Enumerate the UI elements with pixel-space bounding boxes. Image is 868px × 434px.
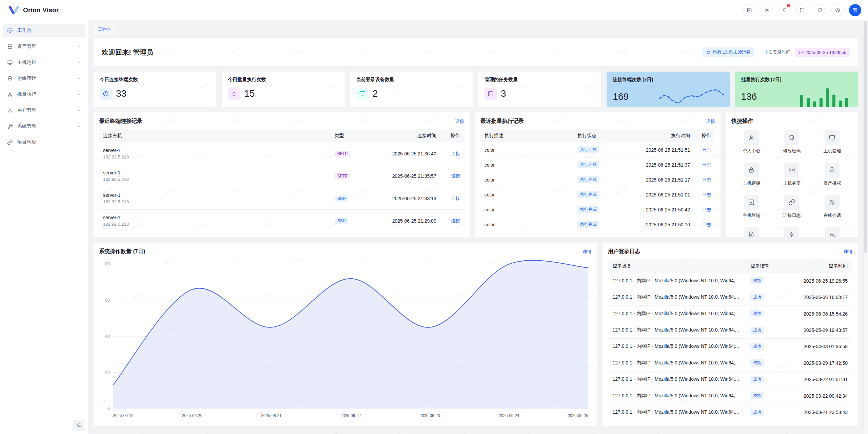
login-result-badge: 成功 [750, 310, 764, 317]
connect-link[interactable]: 连接 [451, 196, 460, 201]
quick-action-个人中心[interactable]: 个人中心 [731, 130, 772, 154]
chart-detail-link[interactable]: 详情 [583, 249, 592, 255]
login-time: 2025-04-03 01:36:58 [786, 344, 848, 349]
quick-action-label: 修改密码 [783, 148, 801, 154]
notifications-button[interactable] [778, 4, 791, 16]
assets-icon [7, 44, 13, 50]
sidebar-item-workbench[interactable]: 工作台 [3, 24, 85, 37]
table-header: 连接主机类型 连接时间操作 [99, 129, 464, 143]
quick-action-主机身份[interactable]: 主机身份 [772, 163, 812, 186]
breadcrumb-item-workbench[interactable]: 工作台 [94, 24, 116, 35]
bell-icon [782, 7, 787, 13]
sidebar-item-batch-exec[interactable]: 批量执行 [3, 88, 85, 101]
connection-row: server-1 182.92.5.218 SFTP 2025-06-25 21… [99, 143, 464, 165]
log-link[interactable]: 日志 [702, 222, 711, 227]
log-link[interactable]: 日志 [702, 147, 711, 152]
log-link[interactable]: 日志 [702, 207, 711, 212]
stat-label: 今日批量执行次数 [228, 77, 338, 83]
app-title: Orion Visor [23, 6, 59, 14]
login-log-title: 用户登录日志 [608, 248, 640, 255]
watermark-text: admin [260, 20, 273, 21]
quick-action-在线会话[interactable]: 在线会话 [812, 195, 852, 219]
watermark-text: admin [647, 20, 660, 21]
quick-actions-panel: 快捷操作 个人中心 修改密码 主机管理 主机密钥 主机身份 资产授权 主机终端 … [726, 112, 858, 237]
log-link[interactable]: 日志 [702, 192, 711, 197]
log-link[interactable]: 日志 [702, 177, 711, 182]
clock-icon [102, 90, 109, 97]
login-row: 127.0.0.1 - 内网IP - Mozilla/5.0 (Windows … [608, 388, 852, 404]
link-icon [788, 199, 795, 206]
shield-icon [7, 76, 13, 81]
login-time: 2025-06-25 19:26:55 [786, 278, 848, 284]
quick-action-连接日志[interactable]: 连接日志 [772, 195, 812, 219]
shield-icon [829, 167, 835, 173]
top-header: Orion Visor 管 [0, 0, 868, 20]
log-link[interactable]: 日志 [702, 162, 711, 167]
watermark-text: admin [389, 20, 402, 21]
execution-desc: color [485, 192, 577, 197]
user-avatar[interactable]: 管 [849, 4, 861, 16]
bolt-icon [788, 231, 795, 238]
quick-action-主机密钥[interactable]: 主机密钥 [731, 163, 772, 186]
sidebar-item-system[interactable]: 系统管理 [3, 119, 85, 133]
watermark-text: admin [711, 431, 724, 434]
status-badge: 执行完成 [577, 221, 599, 228]
chevron-down-icon [77, 44, 81, 49]
sidebar-collapse-button[interactable] [73, 420, 84, 431]
sidebar-item-label: 运维审计 [17, 75, 36, 81]
quick-action-修改密码[interactable]: 修改密码 [772, 130, 812, 154]
login-device: 127.0.0.1 - 内网IP - Mozilla/5.0 (Windows … [613, 360, 750, 366]
welcome-title: 欢迎回来! 管理员 [102, 48, 153, 57]
svg-text:0: 0 [107, 406, 110, 411]
status-badge: 执行完成 [577, 191, 599, 198]
breadcrumb: 工作台 [94, 24, 858, 35]
quick-action-主机终端[interactable]: 主机终端 [731, 195, 772, 219]
refresh-button[interactable] [814, 4, 826, 16]
recent-connections-title: 最近终端连接记录 [99, 118, 142, 125]
refresh-icon [817, 7, 823, 13]
svg-text:2025-06-24: 2025-06-24 [499, 413, 519, 418]
recent-executions-panel: 最近批量执行记录 详情 执行描述执行状态 执行时间操作 color 执行完成 2… [475, 112, 721, 237]
svg-text:{}: {} [232, 92, 236, 96]
sidebar-item-assets[interactable]: 资产管理 [3, 40, 85, 53]
quick-action-资产授权[interactable]: 资产授权 [812, 163, 852, 186]
watermark-text: admin [196, 431, 209, 434]
clock-icon [798, 50, 803, 55]
execution-desc: color [485, 147, 577, 153]
executions-table: 执行描述执行状态 执行时间操作 color 执行完成 2025-06-25 21… [480, 129, 715, 232]
recent-connections-panel: 最近终端连接记录 详情 连接主机类型 连接时间操作 server-1 182.9… [94, 112, 470, 237]
theme-button[interactable] [761, 4, 773, 16]
sidebar-item-users[interactable]: 用户管理 [3, 103, 85, 117]
sidebar-item-audit[interactable]: 运维审计 [3, 72, 85, 85]
stat-value: 15 [244, 88, 255, 99]
quick-action-主机管理[interactable]: 主机管理 [812, 130, 852, 154]
table-header: 登录设备登录结果 登录时间 [608, 259, 852, 273]
scrollbar-thumb[interactable] [864, 21, 867, 253]
clock-icon [798, 50, 803, 55]
login-result-badge: 成功 [750, 376, 764, 383]
executions-detail-link[interactable]: 详情 [706, 118, 715, 125]
unread-messages-badge[interactable]: 您有 15 条未读消息 [703, 48, 754, 57]
login-row: 127.0.0.1 - 内网IP - Mozilla/5.0 (Windows … [608, 355, 852, 371]
protocol-badge: SFTP [335, 151, 351, 157]
code-button[interactable] [743, 4, 755, 16]
connect-link[interactable]: 连接 [451, 173, 460, 178]
page-scrollbar[interactable] [863, 20, 868, 434]
watermark-text: admin [132, 20, 144, 21]
svg-text:2025-06-23: 2025-06-23 [419, 413, 440, 418]
connect-link[interactable]: 连接 [451, 151, 460, 156]
sidebar-item-label: 主机运维 [17, 59, 36, 65]
connect-link[interactable]: 连接 [451, 218, 460, 223]
fullscreen-button[interactable] [796, 4, 808, 16]
settings-button[interactable] [831, 4, 844, 16]
welcome-banner: 欢迎回来! 管理员 您有 15 条未读消息 上次登录时间 2025-06-25 … [94, 38, 858, 66]
sidebar-item-host-ops[interactable]: 主机运维 [3, 56, 85, 69]
quick-action-label: 主机身份 [783, 180, 801, 186]
divider [759, 49, 759, 55]
connections-detail-link[interactable]: 详情 [455, 118, 464, 125]
connection-row: server-1 182.92.5.218 SSH 2025-06-25 21:… [99, 187, 464, 210]
protocol-badge: SSH [335, 195, 349, 202]
login-log-detail-link[interactable]: 详情 [844, 249, 852, 255]
login-row: 127.0.0.1 - 内网IP - Mozilla/5.0 (Windows … [608, 289, 852, 305]
sidebar-item-project-url[interactable]: 项目地址 [3, 135, 85, 149]
